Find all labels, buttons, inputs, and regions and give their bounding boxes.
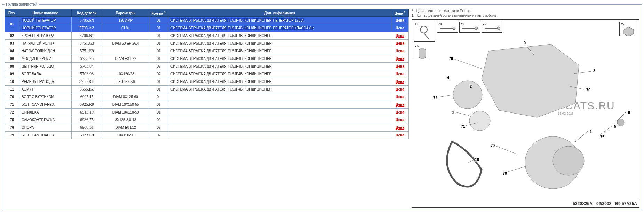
cell-code[interactable]: 5705.AZ	[72, 24, 102, 32]
diagram-callout-6[interactable]: 6	[628, 110, 630, 115]
cell-code[interactable]: 5733.75	[72, 55, 102, 63]
cell-price[interactable]: Цена	[391, 93, 409, 101]
diagram-callout-9[interactable]: 9	[523, 41, 526, 45]
price-link[interactable]: Цена	[396, 118, 404, 122]
cell-code[interactable]: 6925.R9	[72, 101, 102, 109]
diagram-inset-11[interactable]: 11	[414, 22, 435, 42]
table-row[interactable]: НОВЫЙ ГЕНЕРАТОР5705.AZCL8+01СИСТЕМА ВПРЫ…	[5, 24, 409, 32]
table-row[interactable]: 03НАТЯЖНОЙ РОЛИК5751.G3DIAM 60 EP 26,401…	[5, 40, 409, 47]
table-row[interactable]: 75САМОКОНТР.ГАЙКА6936.758X125-8,8-1302Це…	[5, 116, 409, 124]
parts-diagram[interactable]: WWW.ELCATS.RU 15.02.2018	[412, 19, 639, 208]
table-row[interactable]: 10РЕМЕНЬ ПРИВОДА5750.RHLE 1699-K601СИСТЕ…	[5, 78, 409, 86]
diagram-callout-3[interactable]: 3	[452, 110, 455, 115]
cell-code[interactable]: 6555.EZ	[72, 86, 102, 93]
price-link[interactable]: Цена	[396, 49, 404, 53]
price-link[interactable]: Цена	[396, 72, 404, 76]
price-link[interactable]: Цена	[396, 34, 404, 38]
cell-price[interactable]: Цена	[391, 70, 409, 78]
cell-code[interactable]: 5751.E9	[72, 47, 102, 55]
table-row[interactable]: 11ХОМУТ6555.EZ01СИСТЕМА ВПРЫСКА ДВИГАТЕЛ…	[5, 86, 409, 93]
cell-price[interactable]: Цена	[391, 63, 409, 70]
price-link[interactable]: Цена	[396, 95, 404, 99]
table-row[interactable]: 09БОЛТ ВАЛА5703.9810X150-2802СИСТЕМА ВПР…	[5, 70, 409, 78]
diagram-inset-72[interactable]: 72	[482, 22, 502, 33]
cell-qty: 02	[149, 63, 168, 70]
price-link[interactable]: Цена	[396, 57, 404, 61]
cell-code[interactable]: 6923.E9	[72, 132, 102, 139]
diagram-callout-4[interactable]: 4	[447, 76, 450, 80]
th-code[interactable]: Код детали	[72, 9, 102, 17]
svg-point-4	[617, 119, 624, 126]
cell-params: DIAM 60 EP 26,4	[102, 40, 149, 47]
th-pos[interactable]: Поз.	[5, 9, 19, 17]
cell-price[interactable]: Цена	[391, 55, 409, 63]
diagram-callout-79[interactable]: 79	[502, 171, 507, 175]
price-link[interactable]: Цена	[396, 103, 404, 107]
table-row[interactable]: 76ОПОРА6968.51DIAM E8 L1202Цена	[5, 124, 409, 132]
table-row[interactable]: 04НАТЯЖ РОЛИК ДИН5751.E901СИСТЕМА ВПРЫСК…	[5, 47, 409, 55]
cell-code[interactable]: 5703.84	[72, 63, 102, 70]
diagram-callout-8[interactable]: 8	[593, 69, 596, 73]
table-row[interactable]: 79БОЛТ САМОНАРЕЗ.6923.E910X150-5002Цена	[5, 132, 409, 139]
table-row[interactable]: 06МОЛДИНГ КРЫЛА5733.75DIAM EXT 2201СИСТЕ…	[5, 55, 409, 63]
price-link[interactable]: Цена	[396, 80, 404, 84]
diagram-callout-1[interactable]: 1	[589, 130, 592, 134]
diagram-callout-2[interactable]: 2	[469, 84, 472, 88]
diagram-callout-75[interactable]: 75	[600, 135, 605, 139]
footnotes: * - Цена в интернет-магазине Exist.ru 1 …	[412, 9, 639, 18]
diagram-callout-70[interactable]: 70	[586, 88, 591, 92]
diagram-callout-5[interactable]: 5	[614, 124, 617, 128]
table-row[interactable]: 01НОВЫЙ ГЕНЕРАТОР5705.6N120 AMP01СИСТЕМА…	[5, 17, 409, 24]
th-price[interactable]: Цена *	[391, 9, 409, 17]
diagram-inset-75[interactable]: 75	[619, 22, 637, 36]
diagram-callout-71[interactable]: 71	[461, 124, 466, 128]
cell-price[interactable]: Цена	[391, 24, 409, 32]
cell-price[interactable]: Цена	[391, 124, 409, 132]
cell-code[interactable]: 5705.6N	[72, 17, 102, 24]
diagram-callout-76[interactable]: 76	[448, 56, 453, 61]
th-qty[interactable]: Кол-во 1	[149, 9, 168, 17]
cell-code[interactable]: 6968.51	[72, 124, 102, 132]
th-params[interactable]: Параметры	[102, 9, 149, 17]
diagram-callout-79[interactable]: 79	[490, 143, 495, 148]
diagram-inset-76[interactable]: 76	[414, 44, 430, 60]
cell-code[interactable]: 5750.RH	[72, 78, 102, 86]
diagram-code-left: 5320X25A	[573, 201, 593, 206]
cell-price[interactable]: Цена	[391, 116, 409, 124]
cell-price[interactable]: Цена	[391, 32, 409, 40]
price-link[interactable]: Цена	[396, 133, 404, 137]
table-row[interactable]: 72ШПИЛЬКА6913.19DIAM 10X150-5001Цена	[5, 109, 409, 116]
cell-code[interactable]: 5706.N1	[72, 32, 102, 40]
cell-code[interactable]: 6913.19	[72, 109, 102, 116]
cell-info	[168, 109, 391, 116]
diagram-callout-72[interactable]: 72	[433, 96, 438, 100]
cell-code[interactable]: 6925.J5	[72, 93, 102, 101]
price-link[interactable]: Цена	[396, 64, 404, 68]
cell-code[interactable]: 6936.75	[72, 116, 102, 124]
cell-price[interactable]: Цена	[391, 40, 409, 47]
cell-code[interactable]: 5703.98	[72, 70, 102, 78]
table-row[interactable]: 02КРОН ГЕНЕРАТОРА5706.N101СИСТЕМА ВПРЫСК…	[5, 32, 409, 40]
price-link[interactable]: Цена	[396, 87, 404, 91]
cell-price[interactable]: Цена	[391, 17, 409, 24]
cell-price[interactable]: Цена	[391, 47, 409, 55]
price-link[interactable]: Цена	[396, 126, 404, 130]
table-row[interactable]: 71БОЛТ САМОНАРЕЗ.6925.R9DIAM 10X150-5501…	[5, 101, 409, 109]
cell-price[interactable]: Цена	[391, 86, 409, 93]
cell-price[interactable]: Цена	[391, 101, 409, 109]
cell-code[interactable]: 5751.G3	[72, 40, 102, 47]
price-link[interactable]: Цена	[396, 26, 404, 30]
cell-price[interactable]: Цена	[391, 109, 409, 116]
table-row[interactable]: 70БОЛТ С БУРТИКОМ6925.J5DIAM 8X125-6004Ц…	[5, 93, 409, 101]
price-link[interactable]: Цена	[396, 18, 404, 22]
price-link[interactable]: Цена	[396, 41, 404, 45]
diagram-inset-70[interactable]: 70	[437, 22, 458, 33]
diagram-inset-71[interactable]: 71	[459, 22, 480, 33]
th-info[interactable]: Доп. информация	[168, 9, 391, 17]
diagram-callout-10[interactable]: 10	[475, 157, 479, 162]
price-link[interactable]: Цена	[396, 110, 404, 114]
table-row[interactable]: 08ЦЕНТРИР. КОЛЬЦО5703.8402СИСТЕМА ВПРЫСК…	[5, 63, 409, 70]
cell-price[interactable]: Цена	[391, 78, 409, 86]
th-name[interactable]: Наименование	[19, 9, 72, 17]
cell-price[interactable]: Цена	[391, 132, 409, 139]
